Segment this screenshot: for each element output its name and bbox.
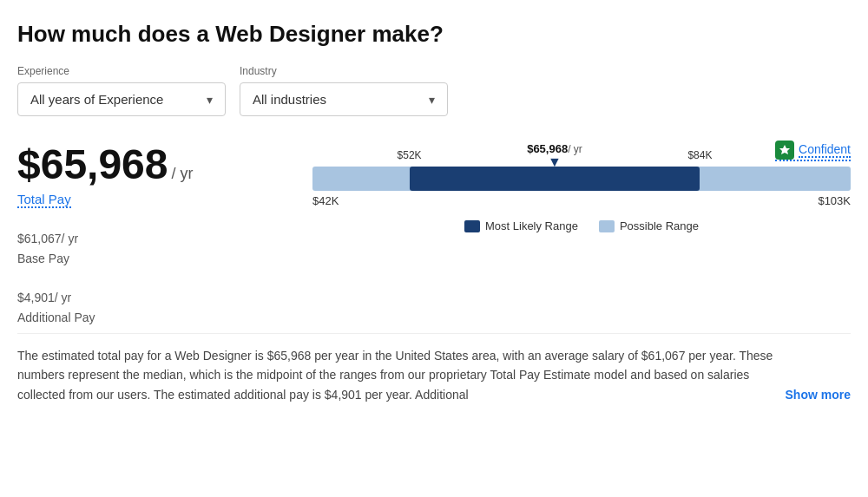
range-labels: $42K $103K: [312, 194, 851, 207]
legend-likely-label: Most Likely Range: [485, 219, 578, 232]
additional-pay-row: $4,901/ yr Additional Pay: [17, 284, 295, 324]
experience-value: All years of Experience: [30, 92, 163, 107]
legend-likely-box: [464, 220, 480, 232]
base-pay-row: $61,067/ yr Base Pay: [17, 226, 295, 265]
industry-chevron-icon: ▾: [429, 93, 435, 107]
median-value: $65,968/ yr: [527, 142, 582, 155]
experience-dropdown[interactable]: All years of Experience ▾: [17, 82, 226, 116]
confident-badge: Confident: [775, 141, 851, 161]
industry-dropdown[interactable]: All industries ▾: [240, 82, 448, 116]
base-pay-amount: $61,067/ yr: [17, 226, 295, 248]
base-pay-label: Base Pay: [17, 252, 295, 265]
total-pay-label[interactable]: Total Pay: [17, 192, 71, 208]
confident-icon: [775, 141, 794, 160]
industry-value: All industries: [253, 92, 326, 107]
experience-filter-group: Experience All years of Experience ▾: [17, 65, 226, 116]
range-min-label: $42K: [312, 194, 339, 207]
total-pay-per: / yr: [172, 165, 194, 183]
range-max-label: $103K: [818, 194, 851, 207]
filters-container: Experience All years of Experience ▾ Ind…: [17, 65, 851, 116]
legend-possible: Possible Range: [599, 219, 699, 232]
legend-possible-label: Possible Range: [620, 219, 699, 232]
legend-possible-box: [599, 220, 615, 232]
salary-bar: [312, 167, 851, 191]
page-title: How much does a Web Designer make?: [17, 21, 851, 48]
salary-chart: $65,968/ yr ▼ $52K $84K $42K $103K: [312, 167, 851, 207]
industry-label: Industry: [240, 65, 448, 77]
chart-legend: Most Likely Range Possible Range: [312, 219, 851, 232]
total-pay-amount: $65,968: [17, 141, 168, 188]
inner-label-left: $52K: [398, 149, 422, 161]
sub-pay-rows: $61,067/ yr Base Pay $4,901/ yr Addition…: [17, 226, 295, 330]
experience-chevron-icon: ▾: [207, 93, 213, 107]
additional-pay-per: / yr: [55, 291, 71, 304]
additional-pay-label: Additional Pay: [17, 311, 295, 324]
experience-label: Experience: [17, 65, 226, 77]
description-text: The estimated total pay for a Web Design…: [17, 346, 782, 404]
chart-panel: Confident $65,968/ yr ▼ $52K $84K: [295, 141, 851, 248]
median-marker: $65,968/ yr ▼: [527, 142, 582, 169]
description-section: The estimated total pay for a Web Design…: [17, 333, 851, 404]
show-more-button[interactable]: Show more: [786, 385, 851, 404]
inner-label-right: $84K: [687, 149, 712, 161]
pay-left-panel: $65,968 / yr Total Pay $61,067/ yr Base …: [17, 141, 295, 330]
additional-pay-amount: $4,901/ yr: [17, 284, 295, 307]
base-pay-per: / yr: [62, 232, 78, 245]
legend-likely: Most Likely Range: [464, 219, 578, 232]
industry-filter-group: Industry All industries ▾: [240, 65, 448, 116]
confident-label: Confident: [799, 142, 851, 158]
likely-range-bar: [410, 167, 700, 191]
total-pay-display: $65,968 / yr: [17, 141, 295, 188]
